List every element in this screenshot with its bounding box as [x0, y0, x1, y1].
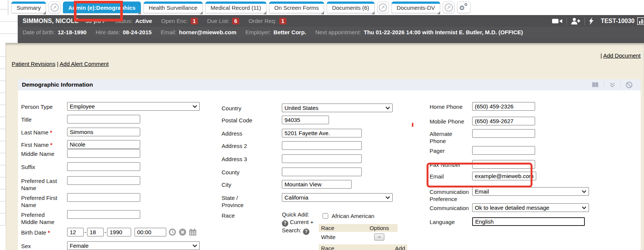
birth-time-input[interactable] — [135, 228, 166, 236]
field-label: Preferred Last Name — [21, 176, 62, 192]
tab-health-surveillance[interactable]: Health Surveillance — [144, 2, 203, 13]
birth-day-input[interactable] — [87, 228, 104, 236]
birth-year-input[interactable] — [107, 228, 131, 236]
title-input[interactable] — [67, 115, 140, 123]
language-input[interactable] — [472, 217, 585, 226]
add-document-link[interactable]: Add Document — [603, 52, 641, 59]
email-label: Email: — [161, 29, 176, 35]
calendar-icon[interactable] — [189, 229, 197, 236]
field-label: Communication — [430, 203, 470, 212]
sex-select[interactable]: Female — [67, 241, 200, 250]
county-input[interactable] — [282, 168, 362, 176]
state-province-select[interactable]: California — [282, 193, 393, 202]
middle-name-input[interactable] — [67, 149, 140, 158]
documents-dv-external-chip[interactable]: ↗ — [443, 2, 454, 13]
field-label: Mobile Phone — [430, 117, 470, 125]
last-name-input[interactable] — [67, 128, 140, 136]
pager-input[interactable] — [472, 146, 535, 155]
summary-external-chip[interactable]: ↗ — [49, 2, 60, 13]
communication-select[interactable]: Ok to leave detailed message — [472, 203, 589, 212]
communication-preference-select[interactable]: Email — [472, 187, 589, 196]
email-input[interactable] — [472, 172, 536, 180]
clock-icon[interactable] — [168, 228, 176, 236]
mobile-phone-input[interactable] — [472, 117, 535, 125]
pipe-separator: | — [601, 52, 602, 59]
field-label: Race — [222, 211, 261, 219]
field-label: Preferred Middle Name — [21, 210, 62, 226]
field-label: Home Phone — [430, 102, 470, 110]
language-row: Language — [430, 217, 585, 226]
mobile-phone-row: Mobile Phone — [430, 117, 535, 125]
race-quick-add-block: Quick Add: ? Current + Search: ? — [282, 211, 315, 235]
add-alert-comment-link[interactable]: Add Alert Comment — [60, 61, 109, 67]
race-checkbox-row[interactable]: African American — [323, 213, 411, 219]
race-table-row: White − — [319, 232, 398, 242]
patient-revisions-link[interactable]: Patient Revisions — [12, 61, 55, 67]
disable-panel-icon[interactable] — [620, 81, 638, 88]
divider — [566, 17, 567, 25]
race-table: Race Options White − — [319, 224, 398, 242]
field-label: Address — [222, 129, 261, 137]
tab-documents[interactable]: Documents (6) — [327, 2, 374, 13]
tab-documents-dv[interactable]: Documents-DV — [392, 2, 441, 13]
video-camera-icon[interactable] — [552, 18, 562, 24]
collapse-panel-icon[interactable] — [604, 82, 620, 87]
birth-month-input[interactable] — [67, 228, 84, 236]
tab-settings-button[interactable]: ⚙⚙ — [457, 2, 471, 13]
postal-code-row: Postal Code — [222, 116, 329, 124]
home-phone-input[interactable] — [472, 102, 535, 111]
country-select[interactable]: United States — [282, 104, 393, 112]
birth-date-row: Birth Date* - - — [21, 228, 197, 236]
tab-on-screen-forms[interactable]: On Screen Forms — [269, 2, 324, 13]
preferred-first-name-input[interactable] — [67, 193, 140, 202]
fax-number-input[interactable] — [472, 160, 535, 169]
tab-medical-record[interactable]: Medical Record (11) — [205, 2, 266, 13]
add-race-button[interactable]: Add — [395, 245, 405, 250]
field-label: County — [222, 168, 261, 176]
status-label: Status: — [115, 18, 133, 24]
field-label: Email — [430, 172, 470, 180]
address-input[interactable] — [282, 129, 362, 137]
suffix-input[interactable] — [67, 162, 140, 171]
help-icon[interactable]: ? — [282, 220, 288, 227]
order-req-label: Order Req: — [248, 18, 276, 24]
lightning-icon[interactable] — [589, 17, 594, 25]
date-separator: - — [84, 229, 86, 235]
flowsheet-chart-icon[interactable] — [637, 17, 644, 25]
tab-label: Admin (e):Demographics — [68, 5, 135, 11]
open-enc-label: Open Enc: — [161, 18, 188, 24]
due-list-badge[interactable]: 6 — [232, 18, 240, 24]
print-chart-icon[interactable] — [586, 82, 604, 88]
address-row: Address — [222, 129, 362, 137]
add-person-icon[interactable] — [571, 18, 580, 24]
clear-date-icon[interactable] — [179, 228, 187, 236]
tab-admin-demographics[interactable]: Admin (e):Demographics — [63, 2, 141, 13]
remove-race-button[interactable]: − — [374, 233, 384, 241]
first-name-input[interactable] — [67, 140, 140, 149]
address2-input[interactable] — [282, 141, 362, 150]
person-type-select[interactable]: Employee — [67, 102, 200, 111]
alternate-phone-row: Alternate Phone — [430, 129, 535, 145]
alternate-phone-input[interactable] — [472, 129, 535, 138]
patient-header-bar: SIMMONS, NICOLE 35 y/o F Status: Active … — [18, 15, 644, 27]
email-row: Email — [430, 172, 536, 180]
required-asterisk: * — [48, 229, 50, 236]
open-enc-badge[interactable]: 1 — [191, 18, 198, 24]
chevron-down-icon — [582, 206, 586, 209]
field-label: Alternate Phone — [430, 129, 470, 145]
order-req-badge[interactable]: 1 — [279, 18, 287, 24]
city-input[interactable] — [282, 180, 352, 189]
tab-summary[interactable]: Summary — [11, 2, 46, 13]
chevron-down-icon — [385, 107, 390, 110]
african-american-checkbox[interactable] — [323, 213, 328, 219]
postal-code-input[interactable] — [282, 116, 329, 124]
hire-date-value: 08-24-2015 — [123, 29, 152, 35]
field-label: Suffix — [21, 162, 62, 171]
address3-input[interactable] — [282, 154, 362, 163]
preferred-last-name-input[interactable] — [67, 176, 140, 185]
documents-external-chip[interactable]: ↗ — [377, 2, 389, 13]
field-label: Title — [21, 115, 62, 123]
middle-name-row: Middle Name — [21, 149, 140, 158]
preferred-middle-name-input[interactable] — [67, 210, 140, 219]
help-icon[interactable]: ? — [303, 229, 309, 235]
